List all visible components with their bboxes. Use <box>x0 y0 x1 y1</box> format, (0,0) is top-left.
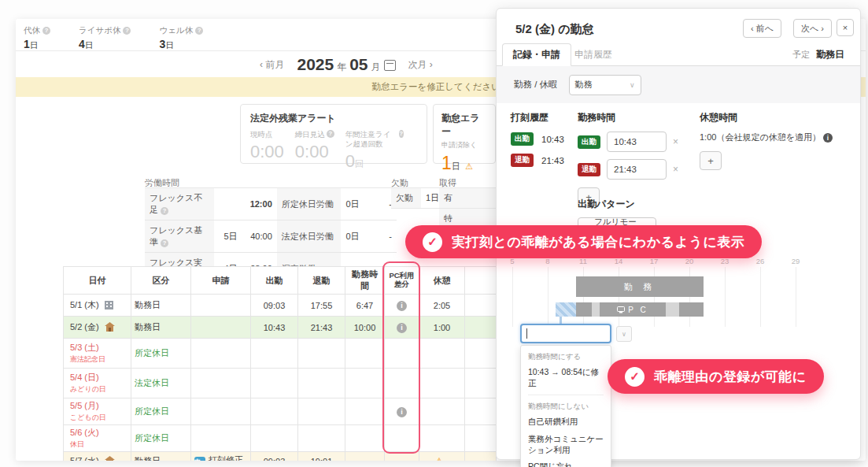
office-icon <box>105 301 113 309</box>
planned-type: 予定勤務日 <box>792 48 844 61</box>
leave-value: 4日 <box>79 38 131 51</box>
month-nav: ‹ 前月 2025年 05月 次月 › <box>228 55 464 74</box>
info-icon[interactable]: i <box>823 133 833 143</box>
close-icon[interactable]: × <box>837 19 854 36</box>
pc-usage-segment <box>576 302 592 317</box>
remove-icon[interactable]: × <box>673 136 678 147</box>
current-month: 2025年 05月 <box>297 55 395 74</box>
tab-record-request[interactable]: 記録・申請 <box>502 43 571 66</box>
pc-diff-info-icon[interactable]: i <box>397 407 407 417</box>
text-cursor <box>526 328 527 339</box>
table-row[interactable]: 5/1 (木) 勤務日 09:03 17:55 6:47 i 2:05 <box>64 295 497 317</box>
attendance-table: 日付 区分 申請 出勤 退勤 勤務時間 PC利用差分 休憩 5/1 (木) 勤務… <box>63 266 497 461</box>
panel-title: 5/2 (金) の勤怠 <box>515 22 594 37</box>
chevron-down-icon: ∨ <box>630 81 635 89</box>
worktype-label: 勤務 / 休暇 <box>514 79 558 91</box>
help-icon[interactable]: ? <box>161 207 168 215</box>
next-day-button[interactable]: 次へ › <box>793 19 832 38</box>
tab-request-history[interactable]: 申請履歴 <box>564 43 622 66</box>
leave-item-wel: ウェル休? 3日 <box>159 25 203 51</box>
table-row[interactable]: 5/7 (水) 勤務日 申打刻修正 09:03 19:01 - ⚠ - <box>64 452 497 461</box>
pc-idle-segment <box>592 302 600 317</box>
col-extra <box>465 267 497 295</box>
tick-label: 29 <box>792 257 800 265</box>
warning-icon: ⚠ <box>435 456 443 461</box>
pc-diff-info-icon[interactable]: i <box>397 323 407 333</box>
overtime-current: 現時点 0:00 <box>250 130 284 172</box>
leave-item-daikyu: 代休? 1日 <box>24 25 50 51</box>
table-row: フレックス基準 ? 5日 40:00 法定休日労働 0日 - <box>145 221 397 253</box>
prev-day-button[interactable]: ‹ 前へ <box>743 19 781 38</box>
menu-item-correct-time[interactable]: 10:43 → 08:54に修正 <box>528 367 604 388</box>
next-month-button[interactable]: 次月 › <box>408 58 433 72</box>
clock-in-time: 10:43 <box>541 135 564 144</box>
rest-note: 1:00（会社規定の休憩を適用） <box>700 132 821 142</box>
col-clock-out: 退勤 <box>298 267 345 295</box>
remove-icon[interactable]: × <box>673 164 678 175</box>
tick-label: 26 <box>756 257 765 265</box>
card-title: 勤怠エラー <box>441 112 487 139</box>
pc-deviation-segment[interactable] <box>556 302 576 317</box>
callout-deviation-display: ✓ 実打刻との乖離がある場合にわかるように表示 <box>405 225 762 258</box>
pc-usage-segment: P C <box>600 302 666 317</box>
pc-usage-segment <box>679 302 704 317</box>
add-rest-button[interactable]: + <box>700 151 722 170</box>
clock-in-input[interactable]: 10:43 <box>607 132 667 152</box>
table-row[interactable]: 5/3 (土)憲法記念日 所定休日 <box>64 339 497 369</box>
home-icon <box>105 456 115 461</box>
day-timeline: 5 8 11 14 17 20 23 26 29 勤 務 P C <box>497 257 862 329</box>
warning-icon: ⚠ <box>465 161 473 171</box>
col-type: 区分 <box>131 267 191 295</box>
home-icon <box>105 322 115 332</box>
pc-idle-segment <box>666 302 679 317</box>
table-header-row: 日付 区分 申請 出勤 退勤 勤務時間 PC利用差分 休憩 <box>64 267 497 295</box>
leave-label: 代休 <box>24 25 40 36</box>
work-bar: 勤 務 <box>576 276 704 297</box>
clock-in-badge: 出勤 <box>578 135 600 149</box>
clock-in-badge: 出勤 <box>511 132 534 146</box>
worktype-select[interactable]: 勤務∨ <box>569 75 641 95</box>
prev-month-button[interactable]: ‹ 前月 <box>260 58 284 72</box>
leave-value: 3日 <box>159 38 203 51</box>
stamp-history-section: 打刻履歴 出勤 10:43 退勤 21:43 <box>511 111 575 167</box>
menu-item-self-study[interactable]: 自己研鑽利用 <box>528 417 604 428</box>
check-icon: ✓ <box>625 367 645 387</box>
table-row: 有 <box>439 188 502 209</box>
clock-out-badge: 退勤 <box>578 163 600 176</box>
kintai-error-card: 勤怠エラー 申請済除く 1日 ⚠ <box>433 104 496 164</box>
calendar-icon[interactable] <box>384 60 396 71</box>
card-subtitle: 申請済除く <box>441 140 487 150</box>
pc-diff-info-icon[interactable]: i <box>397 301 407 311</box>
overtime-yearline: 年間注意ライン超過回数? 0回 <box>345 130 404 172</box>
clock-out-input[interactable]: 21:43 <box>607 159 667 180</box>
help-icon[interactable]: ? <box>399 130 404 138</box>
callout-reason-registration: ✓ 乖離理由の登録が可能に <box>608 359 824 394</box>
col-clock-in: 出勤 <box>251 267 298 295</box>
chevron-down-icon[interactable]: ∨ <box>616 326 632 342</box>
col-request: 申請 <box>191 267 251 295</box>
table-row[interactable]: 5/6 (火)休日 所定休日 <box>64 425 497 452</box>
leave-summary: 代休? 1日 ライサポ休? 4日 ウェル休? 3日 <box>24 25 203 51</box>
help-icon[interactable]: ? <box>195 27 203 35</box>
leave-value: 1日 <box>24 38 50 51</box>
table-row: フレックス不足 ? 12:00 所定休日労働 0日 - <box>145 188 397 221</box>
help-icon[interactable]: ? <box>161 239 168 247</box>
help-icon[interactable]: ? <box>327 130 334 138</box>
overtime-alert-card: 法定外残業アラート 現時点 0:00 締日見込? 0:00 年間注意ライン超過回… <box>240 104 427 164</box>
monitor-icon <box>617 306 625 313</box>
rest-time-section: 休憩時間 1:00（会社規定の休憩を適用） i + <box>700 111 853 170</box>
deviation-reason-menu: 勤務時間にする 10:43 → 08:54に修正 勤務時間にしない 自己研鑽利用… <box>520 345 611 467</box>
col-date: 日付 <box>64 267 131 295</box>
menu-item-pc-left-open[interactable]: PC閉じ忘れ <box>528 461 604 467</box>
leave-item-raisapo: ライサポ休? 4日 <box>79 25 131 51</box>
deviation-reason-input[interactable] <box>520 324 611 343</box>
menu-item-non-work-communication[interactable]: 業務外コミュニケーション利用 <box>528 434 604 455</box>
overtime-forecast: 締日見込? 0:00 <box>295 130 334 172</box>
leave-label: ウェル休 <box>159 25 193 36</box>
help-icon[interactable]: ? <box>123 27 131 35</box>
card-title: 法定外残業アラート <box>250 112 417 125</box>
table-row-selected[interactable]: 5/2 (金) 勤務日 10:43 21:43 10:00 i 1:00 <box>64 317 497 339</box>
table-row[interactable]: 5/4 (日)みどりの日 法定休日 <box>64 369 497 398</box>
help-icon[interactable]: ? <box>42 27 50 35</box>
table-row[interactable]: 5/5 (月)こどもの日 所定休日 i <box>64 398 497 425</box>
